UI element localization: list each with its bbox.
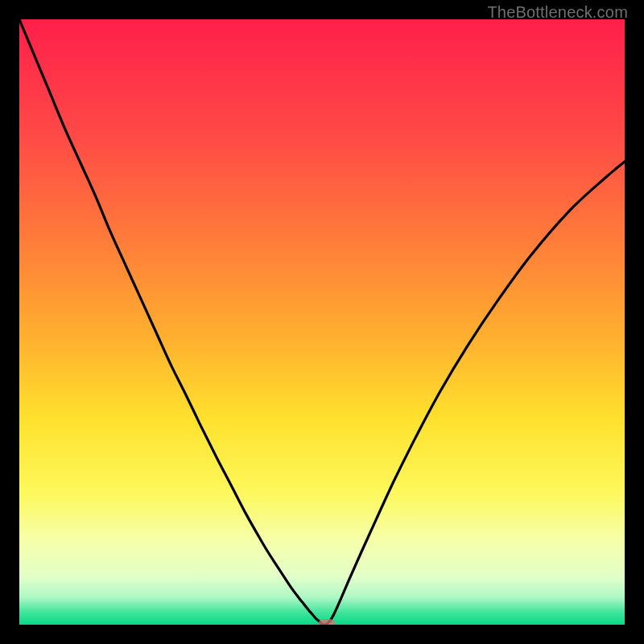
curve-layer xyxy=(19,19,625,625)
minimum-marker xyxy=(318,619,336,625)
bottleneck-curve xyxy=(19,19,625,625)
watermark-text: TheBottleneck.com xyxy=(487,3,628,22)
chart-frame: TheBottleneck.com xyxy=(0,0,644,644)
plot-area xyxy=(19,19,625,625)
